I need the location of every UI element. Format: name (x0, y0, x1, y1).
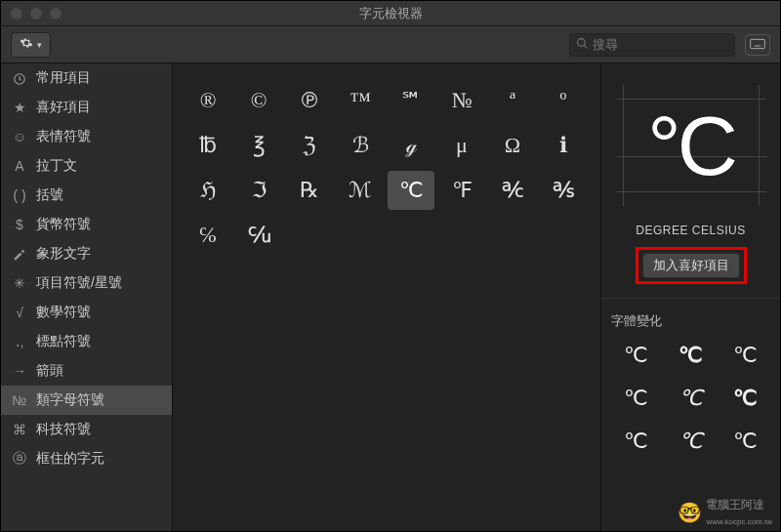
category-icon: ⓐ (11, 450, 28, 468)
sidebar-item-label: 象形文字 (36, 245, 91, 263)
category-icon (11, 246, 28, 262)
character-preview: °C (615, 77, 767, 214)
gear-icon (20, 36, 33, 54)
category-icon: ★ (11, 100, 28, 115)
detail-panel: °C DEGREE CELSIUS 加入喜好項目 字體變化 ℃℃℃℃℃℃℃℃℃ (600, 63, 780, 532)
sidebar-item-label: 框住的字元 (36, 450, 104, 468)
sidebar-item[interactable]: ⓐ框住的字元 (1, 444, 172, 473)
sidebar-item[interactable]: A拉丁文 (1, 151, 172, 181)
add-to-favorites-button[interactable]: 加入喜好項目 (642, 253, 740, 278)
sidebar-item-label: 常用項目 (36, 69, 91, 87)
character-cell[interactable]: ℁ (540, 171, 587, 210)
sidebar-item-label: 拉丁文 (36, 157, 77, 175)
chevron-down-icon: ▾ (37, 40, 42, 50)
sidebar-item[interactable]: $貨幣符號 (1, 210, 172, 239)
category-sidebar: 常用項目★喜好項目☺表情符號A拉丁文( )括號$貨幣符號象形文字✳項目符號/星號… (1, 63, 173, 532)
font-variants-label: 字體變化 (601, 298, 780, 336)
sidebar-item-label: 科技符號 (36, 421, 91, 438)
category-icon: ․, (11, 334, 28, 349)
sidebar-item[interactable]: ․,標點符號 (1, 327, 172, 356)
character-cell[interactable]: ℳ (337, 171, 384, 210)
character-cell[interactable]: ℉ (438, 171, 485, 210)
sidebar-item-label: 表情符號 (36, 128, 91, 145)
character-cell[interactable]: ª (489, 81, 536, 120)
watermark: 🤓 電腦王阿達 www.kocpc.com.tw (678, 497, 772, 527)
character-cell[interactable]: ® (185, 81, 231, 120)
window-title: 字元檢視器 (1, 5, 780, 22)
font-variant-cell[interactable]: ℃ (611, 379, 662, 418)
sidebar-item[interactable]: →箭頭 (1, 356, 172, 386)
character-cell[interactable]: ℃ (388, 171, 434, 210)
font-variant-cell[interactable]: ℃ (719, 336, 770, 375)
character-cell[interactable]: ℔ (185, 126, 231, 165)
sidebar-item[interactable]: ⌘科技符號 (1, 415, 172, 444)
character-cell[interactable]: Ω (489, 126, 536, 165)
svg-point-0 (578, 38, 586, 46)
search-input[interactable] (593, 37, 757, 52)
sidebar-item-label: 箭頭 (36, 362, 63, 380)
sidebar-item[interactable]: ✳項目符號/星號 (1, 268, 172, 298)
category-icon: ☺ (11, 129, 28, 144)
character-cell[interactable]: ℊ (388, 126, 434, 165)
character-cell[interactable]: № (438, 81, 485, 120)
character-cell[interactable]: ℥ (235, 126, 282, 165)
annotation-highlight: 加入喜好項目 (636, 247, 747, 284)
category-icon: A (11, 158, 28, 174)
character-cell[interactable]: ℨ (286, 126, 333, 165)
character-cell[interactable]: © (235, 81, 282, 120)
category-icon (11, 70, 28, 86)
sidebar-item-label: 數學符號 (36, 304, 91, 321)
search-icon (576, 36, 589, 54)
category-icon: ⌘ (11, 422, 28, 437)
svg-rect-2 (751, 39, 765, 48)
category-icon: √ (11, 305, 28, 320)
character-cell[interactable]: ℞ (286, 171, 333, 210)
sidebar-item[interactable]: 象形文字 (1, 239, 172, 268)
settings-menu-button[interactable]: ▾ (11, 32, 51, 58)
sidebar-item[interactable]: 常用項目 (1, 63, 172, 93)
character-cell[interactable]: ℑ (235, 171, 282, 210)
category-icon: № (11, 392, 28, 408)
search-field[interactable] (569, 33, 735, 57)
svg-line-1 (584, 45, 587, 48)
font-variant-cell[interactable]: ℃ (666, 379, 717, 418)
character-grid-area: ®©℗™℠№ªº℔℥ℨℬℊμΩℹℌℑ℞ℳ℃℉℀℁℅℆ (173, 63, 600, 532)
character-cell[interactable]: ℀ (489, 171, 536, 210)
character-cell[interactable]: ™ (337, 81, 384, 120)
character-cell[interactable]: ℗ (286, 81, 333, 120)
character-cell[interactable]: μ (438, 126, 485, 165)
sidebar-item-label: 貨幣符號 (36, 216, 91, 233)
character-cell[interactable]: ℹ (540, 126, 587, 165)
sidebar-item-label: 項目符號/星號 (36, 274, 122, 292)
sidebar-item-label: 標點符號 (36, 333, 91, 350)
category-icon: $ (11, 217, 28, 232)
character-cell[interactable]: ℌ (185, 171, 231, 210)
sidebar-item-label: 喜好項目 (36, 99, 91, 116)
character-cell[interactable]: ℆ (235, 216, 282, 255)
font-variant-cell[interactable]: ℃ (719, 422, 770, 461)
character-name: DEGREE CELSIUS (601, 224, 780, 237)
character-cell[interactable]: ℬ (337, 126, 384, 165)
character-cell[interactable]: º (540, 81, 587, 120)
font-variant-cell[interactable]: ℃ (666, 336, 717, 375)
sidebar-item[interactable]: ( )括號 (1, 181, 172, 210)
keyboard-icon (750, 36, 765, 54)
sidebar-item[interactable]: √數學符號 (1, 298, 172, 327)
font-variant-cell[interactable]: ℃ (719, 379, 770, 418)
font-variant-cell[interactable]: ℃ (611, 336, 662, 375)
sidebar-item[interactable]: ★喜好項目 (1, 93, 172, 122)
preview-glyph: °C (647, 98, 734, 194)
sidebar-item[interactable]: ☺表情符號 (1, 122, 172, 151)
character-cell[interactable]: ℅ (185, 216, 231, 255)
character-cell[interactable]: ℠ (388, 81, 434, 120)
category-icon: ( ) (11, 187, 28, 203)
sidebar-item[interactable]: №類字母符號 (1, 386, 172, 415)
sidebar-item-label: 類字母符號 (36, 391, 104, 409)
keyboard-viewer-button[interactable] (745, 34, 770, 56)
sidebar-item-label: 括號 (36, 186, 63, 204)
category-icon: ✳ (11, 275, 28, 291)
font-variant-cell[interactable]: ℃ (666, 422, 717, 461)
category-icon: → (11, 363, 28, 379)
watermark-logo: 🤓 (678, 501, 702, 524)
font-variant-cell[interactable]: ℃ (611, 422, 662, 461)
